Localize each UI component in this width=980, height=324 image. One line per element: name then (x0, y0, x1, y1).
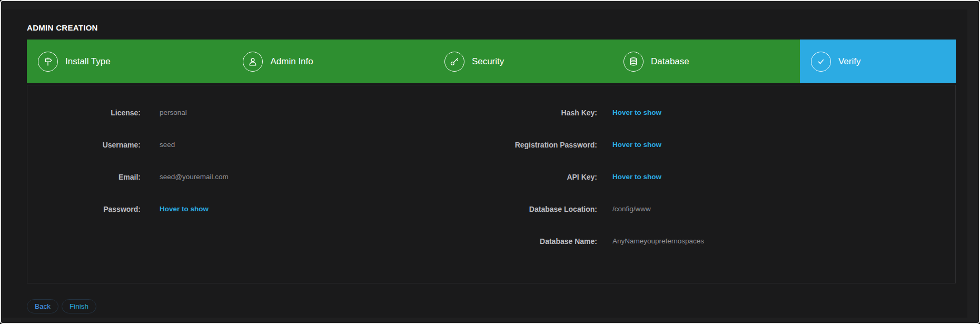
field-value: personal (160, 109, 187, 116)
signpost-icon (38, 52, 58, 72)
hover-to-show-value[interactable]: Hover to show (612, 173, 661, 181)
wizard-step-bar: Install Type Admin Info (27, 40, 956, 83)
step-verify[interactable]: Verify (800, 40, 956, 83)
verify-left-column: License: personal Username: seed Email: … (27, 85, 491, 283)
step-install-type[interactable]: Install Type (27, 40, 232, 83)
field-label: Password: (27, 205, 141, 213)
field-license: License: personal (27, 96, 491, 129)
step-label: Database (651, 56, 689, 67)
check-icon (811, 52, 831, 72)
field-label: Registration Password: (491, 141, 597, 149)
field-label: API Key: (491, 173, 597, 181)
field-value: seed@youremail.com (160, 173, 229, 181)
hover-to-show-value[interactable]: Hover to show (612, 109, 661, 116)
step-admin-info[interactable]: Admin Info (232, 40, 433, 83)
field-label: Username: (27, 141, 141, 149)
field-database-name: Database Name: AnyNameyouprefernospaces (491, 225, 955, 257)
wizard-actions: Back Finish (27, 299, 956, 313)
field-database-location: Database Location: /config/www (491, 193, 955, 225)
field-password: Password: Hover to show (27, 193, 491, 225)
field-label: Hash Key: (491, 109, 597, 117)
field-value: seed (160, 141, 175, 149)
hover-to-show-value[interactable]: Hover to show (160, 205, 209, 213)
step-label: Admin Info (270, 56, 313, 67)
field-api-key: API Key: Hover to show (491, 161, 955, 193)
page-title: ADMIN CREATION (27, 23, 956, 32)
user-icon (243, 52, 263, 72)
field-email: Email: seed@youremail.com (27, 161, 491, 193)
step-label: Verify (838, 56, 861, 67)
screen: ADMIN CREATION Install Type (0, 0, 980, 324)
field-username: Username: seed (27, 129, 491, 161)
field-label: Email: (27, 173, 141, 181)
verify-summary-panel: License: personal Username: seed Email: … (27, 85, 956, 283)
key-icon (444, 52, 464, 72)
field-value: AnyNameyouprefernospaces (612, 237, 704, 245)
field-label: License: (27, 109, 141, 117)
hover-to-show-value[interactable]: Hover to show (612, 141, 661, 149)
field-label: Database Location: (491, 205, 597, 213)
step-database[interactable]: Database (612, 40, 800, 83)
field-hash-key: Hash Key: Hover to show (491, 96, 955, 129)
step-label: Install Type (65, 56, 111, 67)
back-button[interactable]: Back (27, 299, 58, 313)
finish-button[interactable]: Finish (62, 299, 96, 313)
field-value: /config/www (612, 205, 651, 213)
database-icon (623, 52, 644, 72)
step-label: Security (472, 56, 504, 67)
field-registration-password: Registration Password: Hover to show (491, 129, 955, 161)
step-security[interactable]: Security (433, 40, 612, 83)
field-label: Database Name: (491, 237, 597, 246)
verify-right-column: Hash Key: Hover to show Registration Pas… (491, 85, 955, 283)
admin-creation-window: ADMIN CREATION Install Type (3, 9, 967, 318)
